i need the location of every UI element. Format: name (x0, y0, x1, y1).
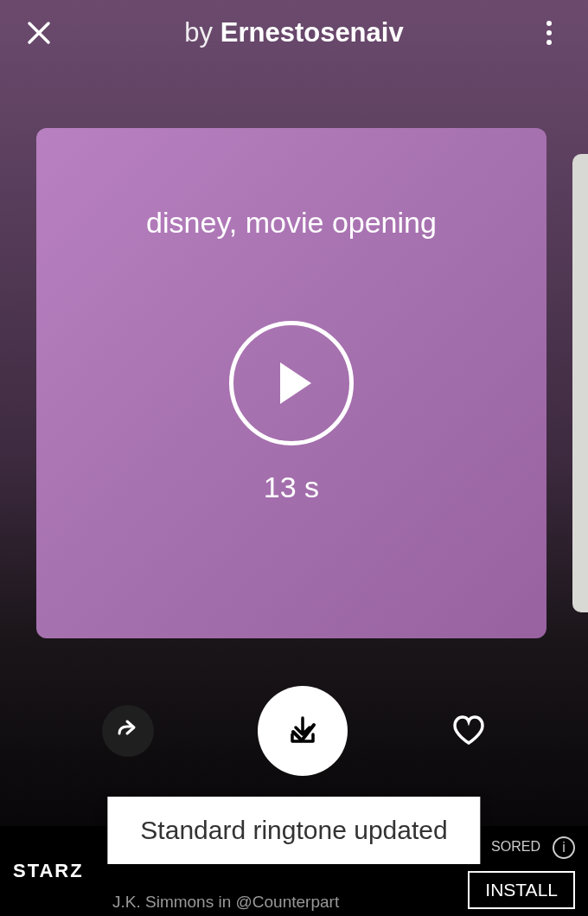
share-button[interactable] (102, 705, 154, 757)
install-button[interactable]: INSTALL (468, 871, 575, 909)
close-icon (26, 20, 52, 46)
vertical-dots-icon (546, 21, 552, 26)
card-carousel[interactable]: disney, movie opening 13 s (0, 65, 588, 638)
download-icon (284, 713, 321, 749)
toast-notification: Standard ringtone updated (107, 797, 480, 864)
info-icon: i (562, 840, 566, 855)
play-icon (280, 362, 311, 404)
set-ringtone-button[interactable] (258, 686, 348, 776)
next-card-peek[interactable] (572, 154, 588, 612)
favorite-button[interactable] (451, 714, 486, 748)
ad-subtitle: J.K. Simmons in @Counterpart (112, 893, 339, 912)
by-label: by (184, 17, 213, 48)
ringtone-title: disney, movie opening (146, 206, 437, 240)
play-button[interactable] (229, 321, 354, 445)
ad-logo: STARZ (13, 860, 84, 882)
app-header: by Ernestosenaiv (0, 0, 588, 65)
author-name[interactable]: Ernestosenaiv (220, 17, 404, 48)
ringtone-duration: 13 s (264, 471, 319, 504)
action-bar (0, 686, 588, 776)
heart-icon (451, 714, 486, 748)
share-icon (115, 718, 141, 744)
sponsored-label: SORED (491, 839, 540, 855)
ad-info-button[interactable]: i (553, 836, 575, 859)
close-button[interactable] (22, 16, 56, 50)
more-options-button[interactable] (532, 16, 566, 50)
page-title: by Ernestosenaiv (56, 17, 532, 48)
ringtone-card: disney, movie opening 13 s (36, 128, 546, 638)
